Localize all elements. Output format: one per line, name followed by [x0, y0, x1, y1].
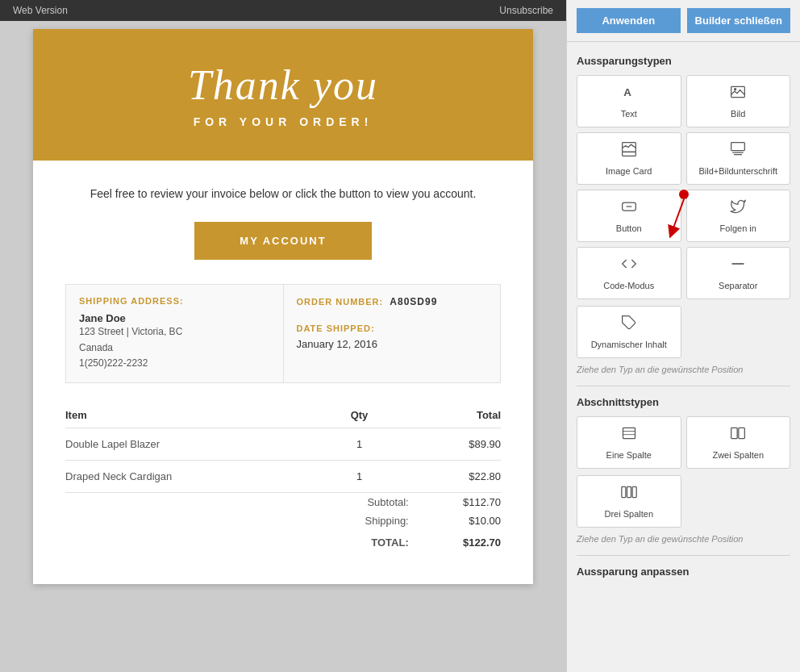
- eine-spalte-icon: [621, 425, 637, 445]
- type-drei-spalten-label: Drei Spalten: [604, 509, 653, 519]
- order-number-label: ORDER NUMBER:: [297, 297, 384, 307]
- email-body: Feel free to review your invoice below o…: [33, 161, 533, 584]
- subtotal-value: $112.70: [417, 492, 501, 511]
- type-bild[interactable]: Bild: [686, 75, 791, 127]
- sidebar-topbar: Anwenden Builder schließen: [567, 0, 800, 42]
- type-code-modus[interactable]: Code-Modus: [577, 247, 681, 299]
- svg-rect-4: [622, 152, 635, 156]
- item-price-1: $89.90: [417, 428, 501, 460]
- type-zwei-spalten[interactable]: Zwei Spalten: [686, 416, 791, 469]
- info-row: SHIPPING ADDRESS: Jane Doe 123 Street | …: [65, 284, 501, 383]
- unsubscribe-link[interactable]: Unsubscribe: [499, 5, 553, 16]
- table-row: Double Lapel Blazer 1 $89.90: [65, 428, 501, 460]
- item-qty-1: 1: [302, 428, 416, 460]
- type-button-label: Button: [616, 223, 642, 233]
- bild-icon: [730, 84, 746, 104]
- order-col: ORDER NUMBER: A80SD99 DATE SHIPPED: Janu…: [283, 285, 501, 382]
- svg-rect-19: [622, 486, 626, 497]
- preview-panel: Web Version Unsubscribe Thank you FOR YO…: [0, 0, 566, 672]
- type-image-card[interactable]: Image Card: [577, 132, 681, 185]
- folgen-icon: [730, 198, 746, 219]
- svg-rect-21: [632, 486, 636, 497]
- svg-rect-5: [731, 143, 745, 151]
- button-icon: [621, 198, 637, 219]
- subtotal-label: Subtotal:: [302, 492, 416, 511]
- shipping-cost-label: Shipping:: [302, 511, 416, 530]
- aussparungstypen-title: Aussparungstypen: [577, 55, 790, 67]
- order-table: Item Qty Total Double Lapel Blazer 1 $89…: [65, 403, 501, 552]
- type-zwei-spalten-label: Zwei Spalten: [712, 450, 764, 460]
- total-label: TOTAL:: [302, 530, 416, 552]
- order-number-value: A80SD99: [390, 296, 437, 307]
- account-button[interactable]: MY ACCOUNT: [194, 222, 372, 260]
- type-code-modus-label: Code-Modus: [603, 281, 654, 290]
- dynamischer-inhalt-icon: [621, 315, 637, 335]
- shipping-row: Shipping: $10.00: [65, 511, 501, 530]
- date-value: January 12, 2016: [297, 338, 488, 350]
- web-version-link[interactable]: Web Version: [13, 5, 68, 16]
- type-separator[interactable]: Separator: [686, 247, 791, 299]
- type-bild-label: Bild: [731, 109, 745, 119]
- separator-icon: [730, 256, 746, 276]
- preview-scroll: Thank you FOR YOUR ORDER! Feel free to r…: [0, 21, 566, 672]
- email-title: Thank you: [49, 61, 517, 109]
- type-dynamischer-inhalt-label: Dynamischer Inhalt: [591, 340, 667, 349]
- type-text[interactable]: A Text: [577, 75, 681, 127]
- svg-rect-18: [739, 428, 745, 438]
- shipping-col: SHIPPING ADDRESS: Jane Doe 123 Street | …: [66, 285, 283, 382]
- type-text-label: Text: [621, 109, 637, 119]
- preview-topbar: Web Version Unsubscribe: [0, 0, 566, 21]
- type-button[interactable]: Button: [577, 190, 681, 242]
- col-qty: Qty: [302, 403, 416, 428]
- item-name-2: Draped Neck Cardigan: [65, 460, 302, 492]
- shipping-cost-value: $10.00: [417, 511, 501, 530]
- item-price-2: $22.80: [417, 460, 501, 492]
- svg-rect-14: [623, 428, 635, 438]
- order-number-row: ORDER NUMBER: A80SD99: [297, 296, 488, 307]
- col-total: Total: [417, 403, 501, 428]
- type-image-card-label: Image Card: [606, 166, 652, 176]
- svg-point-2: [734, 88, 736, 90]
- type-eine-spalte[interactable]: Eine Spalte: [577, 416, 681, 469]
- email-subtitle: FOR YOUR ORDER!: [49, 115, 517, 128]
- drag-hint-2: Ziehe den Typ an die gewünschte Position: [577, 534, 790, 544]
- anwenden-button[interactable]: Anwenden: [577, 8, 681, 33]
- total-row: TOTAL: $122.70: [65, 530, 501, 552]
- dynamischer-grid: Dynamischer Inhalt: [577, 306, 790, 358]
- abschnittstypen-grid-2: Drei Spalten: [577, 475, 790, 528]
- type-drei-spalten[interactable]: Drei Spalten: [577, 475, 681, 528]
- date-label: DATE SHIPPED:: [297, 323, 488, 333]
- type-bild-bildunterschrift-label: Bild+Bildunterschrift: [698, 166, 777, 176]
- shipping-address1: 123 Street | Victoria, BC: [79, 324, 270, 340]
- zwei-spalten-icon: [730, 425, 746, 445]
- abschnittstypen-title: Abschnittstypen: [577, 396, 790, 408]
- shipping-label: SHIPPING ADDRESS:: [79, 296, 270, 306]
- subtotal-row: Subtotal: $112.70: [65, 492, 501, 511]
- shipping-name: Jane Doe: [79, 312, 270, 324]
- email-container: Thank you FOR YOUR ORDER! Feel free to r…: [33, 29, 533, 584]
- type-dynamischer-inhalt[interactable]: Dynamischer Inhalt: [577, 306, 681, 358]
- table-row: Draped Neck Cardigan 1 $22.80: [65, 460, 501, 492]
- builder-close-button[interactable]: Builder schließen: [687, 8, 791, 33]
- divider-1: [577, 386, 790, 386]
- code-modus-icon: [621, 256, 637, 276]
- sidebar-content: Aussparungstypen A Text Bild: [567, 42, 800, 595]
- email-header: Thank you FOR YOUR ORDER!: [33, 29, 533, 161]
- svg-rect-17: [731, 428, 738, 438]
- bild-bildunterschrift-icon: [730, 141, 746, 161]
- aussparung-anpassen-title: Aussparung anpassen: [577, 566, 790, 578]
- drag-hint-1: Ziehe den Typ an die gewünschte Position: [577, 365, 790, 374]
- sidebar: Anwenden Builder schließen Aussparungsty…: [566, 0, 800, 672]
- item-name-1: Double Lapel Blazer: [65, 428, 302, 460]
- type-folgen[interactable]: Folgen in: [686, 190, 791, 242]
- type-folgen-label: Folgen in: [720, 223, 756, 233]
- type-bild-bildunterschrift[interactable]: Bild+Bildunterschrift: [686, 132, 791, 185]
- type-eine-spalte-label: Eine Spalte: [606, 450, 652, 460]
- divider-2: [577, 555, 790, 556]
- item-qty-2: 1: [302, 460, 416, 492]
- type-separator-label: Separator: [719, 281, 757, 290]
- aussparungstypen-grid: A Text Bild Image Card: [577, 75, 790, 299]
- email-intro: Feel free to review your invoice below o…: [65, 185, 501, 202]
- svg-text:A: A: [623, 86, 631, 98]
- abschnittstypen-grid: Eine Spalte Zwei Spalten: [577, 416, 790, 469]
